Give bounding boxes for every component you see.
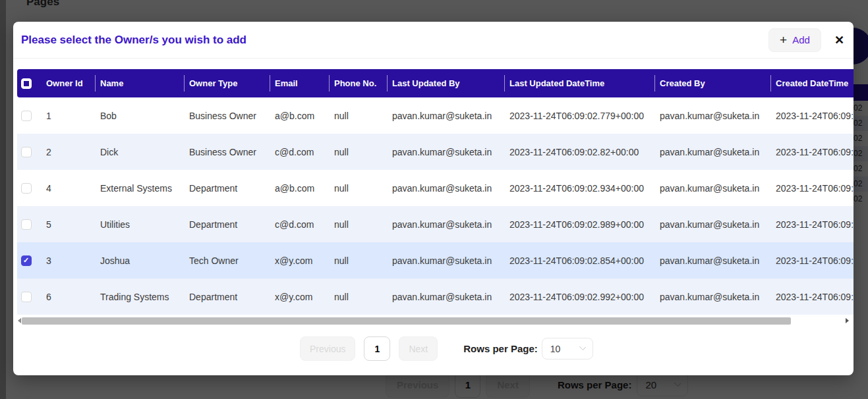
select-all-checkbox[interactable] (21, 78, 32, 89)
row-checkbox[interactable] (21, 111, 32, 121)
column-header-last-updated-datetime: Last Updated DateTime (504, 69, 654, 97)
column-header-owner-type: Owner Type (184, 69, 270, 97)
modal-pagination: Previous 1 Next Rows per Page: 10 (300, 336, 593, 361)
scroll-right-icon[interactable] (846, 318, 849, 323)
table-row[interactable]: 4 External Systems Department a@b.com nu… (17, 170, 854, 206)
table-row[interactable]: 6 Trading Systems Department x@y.com nul… (17, 279, 854, 315)
previous-page-button[interactable]: Previous (300, 336, 355, 361)
column-header-created-datetime: Created DateTime (770, 69, 854, 97)
column-header-last-updated-by: Last Updated By (387, 69, 504, 97)
row-checkbox[interactable] (21, 183, 32, 194)
row-checkbox[interactable] (21, 219, 32, 230)
add-button[interactable]: + Add (768, 28, 821, 52)
column-header-email: Email (270, 69, 329, 97)
add-button-label: Add (792, 34, 810, 45)
owner-select-modal: Please select the Owner/s you wish to ad… (13, 22, 854, 375)
owners-table: Owner Id Name Owner Type Email Phone No.… (17, 69, 854, 325)
table-header-row: Owner Id Name Owner Type Email Phone No.… (17, 69, 854, 97)
scrollbar-thumb[interactable] (22, 317, 791, 325)
rows-per-page-value: 10 (550, 344, 561, 354)
table-row[interactable]: 2 Dick Business Owner c@d.com null pavan… (17, 134, 854, 170)
screen: Pages 02 02 02 02 02 02 02 Previous 1 Ne… (0, 0, 868, 399)
scroll-left-icon[interactable] (18, 318, 21, 323)
row-checkbox[interactable] (21, 147, 32, 157)
column-header-phone: Phone No. (329, 69, 387, 97)
horizontal-scrollbar[interactable] (17, 317, 854, 325)
table-row[interactable]: 1 Bob Business Owner a@b.com null pavan.… (17, 97, 854, 134)
close-icon[interactable]: ✕ (834, 34, 844, 46)
chevron-down-icon (579, 344, 586, 350)
rows-per-page-label: Rows per Page: (463, 343, 538, 354)
next-page-button[interactable]: Next (399, 336, 438, 361)
column-header-created-by: Created By (654, 69, 770, 97)
column-header-owner-id: Owner Id (41, 69, 95, 97)
row-checkbox[interactable] (21, 255, 32, 266)
page-number-button[interactable]: 1 (364, 336, 390, 361)
table-row[interactable]: 5 Utilities Department c@d.com null pava… (17, 206, 854, 242)
rows-per-page-select[interactable]: 10 (542, 338, 593, 359)
modal-header: Please select the Owner/s you wish to ad… (13, 22, 854, 59)
table-row[interactable]: 3 Joshua Tech Owner x@y.com null pavan.k… (17, 242, 854, 279)
plus-icon: + (780, 34, 787, 46)
row-checkbox[interactable] (21, 292, 32, 302)
modal-title: Please select the Owner/s you wish to ad… (21, 34, 246, 47)
column-header-name: Name (95, 69, 184, 97)
